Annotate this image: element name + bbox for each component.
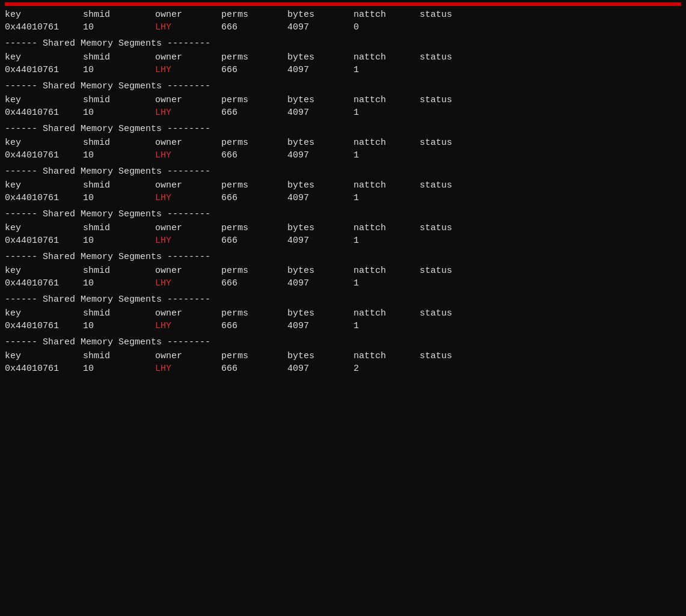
separator-line: ------ Shared Memory Segments -------- <box>5 165 681 178</box>
col-header-perms: perms <box>221 51 287 64</box>
col-header-key: key <box>5 179 83 192</box>
cell-perms: 666 <box>221 234 287 247</box>
cell-bytes: 4097 <box>287 277 354 290</box>
col-header-owner: owner <box>155 179 221 192</box>
col-header-nattch: nattch <box>354 51 420 64</box>
top-bar <box>5 2 681 6</box>
cell-perms: 666 <box>221 277 287 290</box>
col-header-bytes: bytes <box>287 179 354 192</box>
cell-shmid: 10 <box>83 362 155 375</box>
col-header-key: key <box>5 350 83 362</box>
col-header-bytes: bytes <box>287 8 354 21</box>
cell-bytes: 4097 <box>287 149 354 162</box>
col-header-bytes: bytes <box>287 264 354 277</box>
separator-line: ------ Shared Memory Segments -------- <box>5 123 681 135</box>
col-header-perms: perms <box>221 94 287 106</box>
col-header-key: key <box>5 51 83 64</box>
table-header: keyshmidownerpermsbytesnattchstatus <box>5 307 681 320</box>
table-header: keyshmidownerpermsbytesnattchstatus <box>5 264 681 277</box>
col-header-shmid: shmid <box>83 51 155 64</box>
table-row: 0x4401076110LHY66640971 <box>5 64 681 76</box>
table-header: keyshmidownerpermsbytesnattchstatus <box>5 350 681 362</box>
table-row: 0x4401076110LHY66640971 <box>5 234 681 247</box>
table-header: keyshmidownerpermsbytesnattchstatus <box>5 179 681 192</box>
cell-nattch: 1 <box>354 106 420 119</box>
separator-line: ------ Shared Memory Segments -------- <box>5 336 681 349</box>
table-row: 0x4401076110LHY66640971 <box>5 192 681 204</box>
col-header-perms: perms <box>221 136 287 149</box>
col-header-status: status <box>420 222 486 234</box>
col-header-perms: perms <box>221 8 287 21</box>
col-header-perms: perms <box>221 264 287 277</box>
cell-key: 0x44010761 <box>5 277 83 290</box>
table-header: keyshmidownerpermsbytesnattchstatus <box>5 8 681 21</box>
table-header: keyshmidownerpermsbytesnattchstatus <box>5 51 681 64</box>
col-header-status: status <box>420 307 486 320</box>
cell-nattch: 2 <box>354 362 420 375</box>
cell-bytes: 4097 <box>287 192 354 204</box>
cell-perms: 666 <box>221 149 287 162</box>
cell-bytes: 4097 <box>287 21 354 34</box>
cell-bytes: 4097 <box>287 106 354 119</box>
cell-shmid: 10 <box>83 320 155 332</box>
cell-status <box>420 149 486 162</box>
col-header-nattch: nattch <box>354 350 420 362</box>
separator-line: ------ Shared Memory Segments -------- <box>5 208 681 221</box>
col-header-owner: owner <box>155 51 221 64</box>
cell-nattch: 1 <box>354 64 420 76</box>
col-header-shmid: shmid <box>83 264 155 277</box>
col-header-owner: owner <box>155 136 221 149</box>
col-header-shmid: shmid <box>83 350 155 362</box>
col-header-nattch: nattch <box>354 222 420 234</box>
cell-status <box>420 192 486 204</box>
cell-shmid: 10 <box>83 21 155 34</box>
cell-shmid: 10 <box>83 192 155 204</box>
cell-status <box>420 320 486 332</box>
cell-owner: LHY <box>155 234 221 247</box>
col-header-shmid: shmid <box>83 136 155 149</box>
cell-key: 0x44010761 <box>5 106 83 119</box>
cell-key: 0x44010761 <box>5 234 83 247</box>
cell-nattch: 1 <box>354 149 420 162</box>
col-header-status: status <box>420 179 486 192</box>
col-header-nattch: nattch <box>354 136 420 149</box>
table-row: 0x4401076110LHY66640972 <box>5 362 681 375</box>
col-header-bytes: bytes <box>287 350 354 362</box>
col-header-nattch: nattch <box>354 179 420 192</box>
cell-perms: 666 <box>221 64 287 76</box>
col-header-nattch: nattch <box>354 307 420 320</box>
table-header: keyshmidownerpermsbytesnattchstatus <box>5 222 681 234</box>
terminal: keyshmidownerpermsbytesnattchstatus0x440… <box>5 8 681 375</box>
col-header-status: status <box>420 8 486 21</box>
col-header-key: key <box>5 264 83 277</box>
cell-perms: 666 <box>221 21 287 34</box>
col-header-status: status <box>420 51 486 64</box>
separator-line: ------ Shared Memory Segments -------- <box>5 80 681 93</box>
table-header: keyshmidownerpermsbytesnattchstatus <box>5 94 681 106</box>
col-header-perms: perms <box>221 307 287 320</box>
table-row: 0x4401076110LHY66640971 <box>5 320 681 332</box>
cell-status <box>420 106 486 119</box>
cell-status <box>420 21 486 34</box>
col-header-perms: perms <box>221 222 287 234</box>
col-header-key: key <box>5 136 83 149</box>
cell-bytes: 4097 <box>287 362 354 375</box>
cell-shmid: 10 <box>83 277 155 290</box>
col-header-nattch: nattch <box>354 264 420 277</box>
cell-owner: LHY <box>155 192 221 204</box>
cell-key: 0x44010761 <box>5 64 83 76</box>
cell-bytes: 4097 <box>287 234 354 247</box>
cell-perms: 666 <box>221 320 287 332</box>
col-header-bytes: bytes <box>287 222 354 234</box>
cell-owner: LHY <box>155 277 221 290</box>
col-header-key: key <box>5 8 83 21</box>
cell-key: 0x44010761 <box>5 149 83 162</box>
cell-nattch: 1 <box>354 277 420 290</box>
col-header-shmid: shmid <box>83 307 155 320</box>
cell-owner: LHY <box>155 106 221 119</box>
cell-key: 0x44010761 <box>5 362 83 375</box>
cell-key: 0x44010761 <box>5 320 83 332</box>
col-header-owner: owner <box>155 8 221 21</box>
col-header-owner: owner <box>155 350 221 362</box>
col-header-owner: owner <box>155 264 221 277</box>
